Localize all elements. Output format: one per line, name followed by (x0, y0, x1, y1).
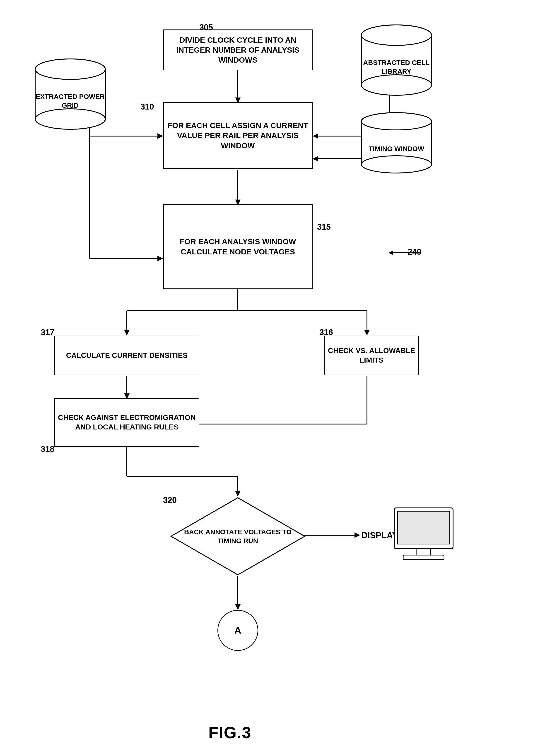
svg-point-56 (361, 25, 432, 45)
cylinder-extracted-power-grid: EXTRACTED POWER GRID (32, 57, 109, 131)
svg-marker-19 (124, 330, 130, 336)
svg-point-49 (35, 109, 105, 129)
box-for-each-cell: FOR EACH CELL ASSIGN A CURRENT VALUE PER… (163, 102, 313, 169)
cylinder-text-2: ABSTRACTED CELL LIBRARY (358, 58, 435, 76)
label-316: 316 (319, 328, 333, 337)
diamond-text: BACK ANNOTATE VOLTAGES TO TIMING RUN (170, 527, 306, 545)
circle-label: A (235, 625, 241, 636)
svg-rect-43 (417, 549, 430, 555)
svg-marker-12 (313, 156, 318, 161)
svg-marker-32 (235, 491, 241, 497)
cylinder-text-3: TIMING WINDOW (366, 144, 428, 153)
diamond-back-annotate: BACK ANNOTATE VOLTAGES TO TIMING RUN (170, 497, 306, 576)
svg-rect-44 (403, 555, 444, 560)
box-check-vs: CHECK VS. ALLOWABLE LIMITS (324, 336, 419, 375)
svg-marker-6 (157, 133, 163, 139)
box-divide-clock: DIVIDE CLOCK CYCLE INTO AN INTEGER NUMBE… (163, 30, 313, 70)
box-check-against: CHECK AGAINST ELECTROMIGRATION AND LOCAL… (54, 398, 199, 447)
label-318: 318 (41, 445, 54, 454)
svg-marker-22 (364, 330, 370, 336)
svg-point-61 (361, 156, 432, 173)
svg-marker-15 (157, 256, 163, 261)
label-317: 317 (41, 328, 54, 337)
svg-marker-39 (389, 251, 393, 255)
figure-label: FIG.3 (208, 723, 251, 742)
circle-a: A (217, 610, 258, 651)
cylinder-text-1: EXTRACTED POWER GRID (32, 92, 109, 110)
svg-point-55 (361, 75, 432, 95)
diagram-container: 305 DIVIDE CLOCK CYCLE INTO AN INTEGER N… (0, 0, 533, 756)
svg-marker-36 (354, 532, 360, 538)
label-315: 315 (317, 222, 331, 232)
svg-marker-9 (313, 133, 318, 139)
svg-point-62 (361, 113, 432, 130)
cylinder-timing-window: TIMING WINDOW (358, 111, 435, 175)
svg-marker-34 (235, 604, 241, 610)
box-for-each-analysis: FOR EACH ANALYSIS WINDOW CALCULATE NODE … (163, 204, 313, 289)
svg-point-50 (35, 59, 105, 79)
label-310: 310 (140, 102, 154, 112)
monitor-icon (390, 506, 458, 562)
arrow-240 (387, 248, 433, 257)
cylinder-abstracted-cell: ABSTRACTED CELL LIBRARY (358, 23, 435, 97)
cylinder-svg-3 (358, 111, 435, 175)
box-calc-densities: CALCULATE CURRENT DENSITIES (54, 336, 199, 375)
svg-rect-42 (397, 511, 450, 544)
